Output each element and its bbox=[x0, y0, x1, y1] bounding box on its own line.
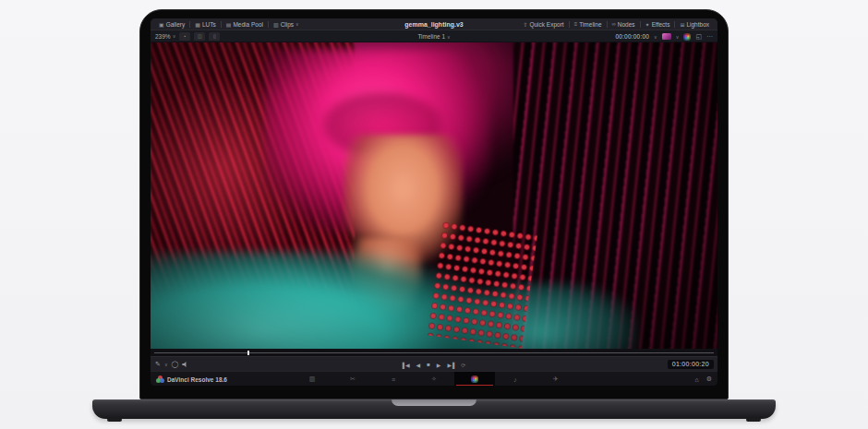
quick-export-label: Quick Export bbox=[529, 21, 563, 28]
media-page-icon: ▥ bbox=[309, 375, 316, 383]
master-timecode[interactable]: 01:00:00:20 bbox=[668, 360, 714, 369]
page-navigation-bar: DaVinci Resolve 18.6 ▥ ✂ ≡ ✧ bbox=[151, 371, 717, 386]
toolbar-right-group: ⇧ Quick Export ≡ Timeline ∞ Nodes ✦ Effe… bbox=[518, 18, 714, 30]
home-icon[interactable]: ⌂ bbox=[694, 376, 698, 383]
nodes-label: Nodes bbox=[618, 21, 635, 28]
chevron-down-icon: ∨ bbox=[295, 21, 299, 27]
luts-label: LUTs bbox=[202, 21, 216, 28]
effects-icon: ✦ bbox=[645, 21, 650, 28]
deliver-page-icon: ✈ bbox=[553, 375, 559, 383]
clips-icon: ▥ bbox=[273, 21, 279, 28]
viewer-timecode[interactable]: 00:00:00:00 bbox=[615, 33, 649, 40]
media-pool-button[interactable]: ▤ Media Pool bbox=[222, 18, 268, 30]
viewer-zoom-dropdown[interactable]: 239% ∨ bbox=[155, 33, 175, 40]
gallery-still-icon[interactable] bbox=[662, 33, 671, 40]
transport-bar: ✎ ∨ ◯ ▌◀ ◀ ■ ▶ ▶▐ ⟳ 01:00:00:20 bbox=[151, 356, 717, 371]
timeline-scrub-bar[interactable] bbox=[151, 349, 717, 356]
media-pool-label: Media Pool bbox=[233, 21, 263, 28]
active-tab-underline bbox=[456, 385, 493, 386]
timeline-name: Timeline 1 bbox=[417, 33, 445, 40]
play-reverse-button[interactable]: ◀ bbox=[416, 362, 420, 368]
gallery-button[interactable]: ▣ Gallery bbox=[154, 18, 189, 30]
viewer-header: Timeline 1 ∨ 239% ∨ ▪ ◫ ▯ 00:00:00:00 ∨ … bbox=[151, 30, 717, 42]
skip-to-start-button[interactable]: ▌◀ bbox=[403, 362, 409, 368]
tab-fusion[interactable]: ✧ bbox=[414, 372, 454, 386]
chevron-down-icon: ∨ bbox=[676, 34, 680, 40]
color-grade-icon[interactable] bbox=[683, 33, 691, 41]
lightbox-button[interactable]: ⊞ Lightbox bbox=[675, 18, 714, 30]
scrub-track bbox=[154, 352, 714, 353]
effects-label: Effects bbox=[652, 21, 670, 28]
chevron-down-icon: ∨ bbox=[173, 33, 176, 39]
tab-color-active[interactable] bbox=[454, 372, 495, 386]
app-version-label: DaVinci Resolve 18.6 bbox=[167, 376, 227, 383]
cut-page-icon: ✂ bbox=[350, 375, 356, 383]
tab-edit[interactable]: ≡ bbox=[373, 372, 414, 386]
davinci-resolve-logo-icon bbox=[156, 375, 164, 383]
photo-layer bbox=[151, 42, 717, 349]
fairlight-page-icon: ♪ bbox=[513, 376, 517, 383]
transport-controls: ▌◀ ◀ ■ ▶ ▶▐ ⟳ bbox=[151, 357, 717, 372]
toolbar-left-group: ▣ Gallery ▦ LUTs ▤ Media Pool ▥ Clips ∨ bbox=[154, 18, 304, 30]
viewer-header-right: 00:00:00:00 ∨ ∨ ◱ ⋯ bbox=[615, 30, 713, 42]
tab-cut[interactable]: ✂ bbox=[332, 372, 373, 386]
media-pool-icon: ▤ bbox=[226, 21, 232, 28]
clips-label: Clips bbox=[281, 21, 294, 28]
quick-export-icon: ⇧ bbox=[523, 21, 527, 28]
chevron-down-icon: ∨ bbox=[447, 34, 451, 40]
tab-fairlight[interactable]: ♪ bbox=[495, 372, 536, 386]
viewer-zoom-value: 239% bbox=[155, 33, 171, 40]
macbook-foot-left bbox=[107, 418, 122, 422]
skip-to-end-button[interactable]: ▶▐ bbox=[447, 362, 453, 368]
tab-deliver[interactable]: ✈ bbox=[536, 372, 576, 386]
quick-export-button[interactable]: ⇧ Quick Export bbox=[518, 18, 568, 30]
gallery-label: Gallery bbox=[166, 21, 186, 28]
color-page-icon bbox=[471, 375, 478, 383]
lid-opening-notch bbox=[392, 399, 476, 406]
tab-media[interactable]: ▥ bbox=[292, 372, 332, 386]
page-tabs: ▥ ✂ ≡ ✧ ♪ ✈ bbox=[292, 372, 576, 386]
playhead[interactable] bbox=[247, 351, 249, 355]
nodes-icon: ∞ bbox=[612, 21, 616, 27]
lightbox-label: Lightbox bbox=[686, 21, 709, 28]
play-button[interactable]: ▶ bbox=[437, 362, 440, 368]
top-toolbar: gemma_lighting.v3 ▣ Gallery ▦ LUTs ▤ Med… bbox=[151, 18, 717, 30]
stop-button[interactable]: ■ bbox=[427, 362, 429, 367]
davinci-resolve-window: gemma_lighting.v3 ▣ Gallery ▦ LUTs ▤ Med… bbox=[151, 18, 717, 386]
edit-page-icon: ≡ bbox=[392, 376, 395, 383]
lightbox-icon: ⊞ bbox=[680, 21, 684, 28]
timeline-icon: ≡ bbox=[574, 21, 578, 27]
macbook-base bbox=[92, 399, 776, 419]
fusion-page-icon: ✧ bbox=[431, 375, 437, 383]
app-brand: DaVinci Resolve 18.6 bbox=[156, 372, 227, 386]
timeline-button[interactable]: ≡ Timeline bbox=[570, 18, 607, 30]
viewer-image bbox=[151, 42, 717, 349]
gear-icon[interactable]: ⚙ bbox=[706, 375, 712, 383]
expand-viewer-icon[interactable]: ◱ bbox=[695, 33, 702, 41]
luts-icon: ▦ bbox=[195, 21, 200, 28]
statusbar-right: ⌂ ⚙ bbox=[694, 372, 712, 386]
luts-button[interactable]: ▦ LUTs bbox=[190, 18, 220, 30]
effects-button[interactable]: ✦ Effects bbox=[641, 18, 675, 30]
nodes-button[interactable]: ∞ Nodes bbox=[608, 18, 640, 30]
macbook-foot-right bbox=[746, 418, 761, 422]
viewer-options-menu-icon[interactable]: ⋯ bbox=[706, 33, 713, 41]
apple-macbook-marketing-shot: gemma_lighting.v3 ▣ Gallery ▦ LUTs ▤ Med… bbox=[0, 0, 868, 429]
gallery-icon: ▣ bbox=[159, 21, 164, 28]
timeline-label: Timeline bbox=[579, 21, 601, 28]
loop-button[interactable]: ⟳ bbox=[461, 362, 465, 368]
clips-button[interactable]: ▥ Clips ∨ bbox=[269, 18, 304, 30]
chevron-down-icon: ∨ bbox=[654, 34, 657, 40]
